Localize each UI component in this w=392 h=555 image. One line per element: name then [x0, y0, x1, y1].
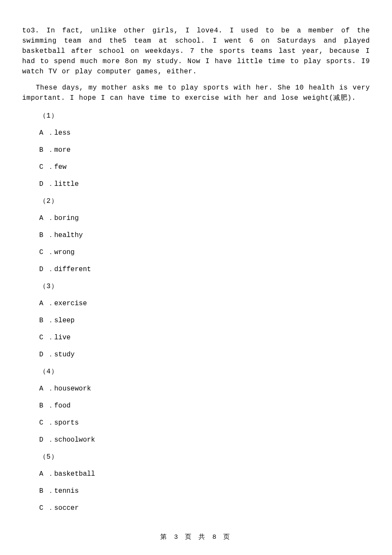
- question-2-option-b: B ．healthy: [39, 230, 370, 240]
- option-text: basketball: [54, 470, 95, 478]
- option-label: C ．: [39, 163, 54, 171]
- option-text: tennis: [54, 487, 79, 495]
- question-5-option-b: B ．tennis: [39, 486, 370, 496]
- option-label: A ．: [39, 470, 54, 478]
- option-text: less: [54, 129, 70, 137]
- option-label: C ．: [39, 419, 54, 427]
- question-5-option-a: A ．basketball: [39, 469, 370, 479]
- questions-container: （1） A ．less B ．more C ．few D ．little （2）…: [39, 111, 370, 513]
- option-label: C ．: [39, 504, 54, 512]
- option-text: few: [54, 163, 66, 171]
- option-label: A ．: [39, 300, 54, 307]
- question-1-option-a: A ．less: [39, 128, 370, 138]
- option-label: D ．: [39, 180, 54, 188]
- question-3-option-a: A ．exercise: [39, 298, 370, 309]
- question-number-5: （5）: [39, 452, 370, 462]
- question-4-option-d: D ．schoolwork: [39, 435, 370, 445]
- option-label: B ．: [39, 487, 54, 495]
- question-5-option-c: C ．soccer: [39, 503, 370, 513]
- option-label: D ．: [39, 436, 54, 444]
- option-text: soccer: [54, 504, 79, 512]
- question-1-option-d: D ．little: [39, 179, 370, 189]
- option-label: A ．: [39, 129, 54, 137]
- question-1-option-c: C ．few: [39, 162, 370, 172]
- option-text: housework: [54, 385, 91, 393]
- option-label: C ．: [39, 249, 54, 256]
- option-label: B ．: [39, 402, 54, 410]
- option-label: A ．: [39, 214, 54, 222]
- question-1-option-b: B ．more: [39, 145, 370, 155]
- option-text: sports: [54, 419, 79, 427]
- question-number-1: （1）: [39, 111, 370, 121]
- page: to3. In fact, unlike other girls, I love…: [0, 0, 392, 555]
- question-4-option-a: A ．housework: [39, 384, 370, 394]
- option-text: wrong: [54, 249, 75, 256]
- question-number-3: （3）: [39, 281, 370, 292]
- question-3-option-b: B ．sleep: [39, 315, 370, 326]
- option-text: little: [54, 180, 79, 188]
- option-text: schoolwork: [54, 436, 95, 444]
- option-label: A ．: [39, 385, 54, 393]
- question-3-option-d: D ．study: [39, 350, 370, 360]
- option-text: live: [54, 334, 70, 341]
- option-text: food: [54, 402, 70, 410]
- option-label: B ．: [39, 231, 54, 239]
- option-text: exercise: [54, 300, 87, 307]
- question-2-option-a: A ．boring: [39, 213, 370, 223]
- option-text: more: [54, 146, 70, 154]
- option-label: B ．: [39, 146, 54, 154]
- question-4-option-b: B ．food: [39, 401, 370, 411]
- page-footer: 第 3 页 共 8 页: [0, 533, 392, 543]
- option-text: different: [54, 266, 91, 273]
- question-number-2: （2）: [39, 196, 370, 206]
- option-label: D ．: [39, 266, 54, 273]
- passage-paragraph-2: These days, my mother asks me to play sp…: [22, 83, 370, 103]
- question-4-option-c: C ．sports: [39, 418, 370, 428]
- option-text: study: [54, 351, 75, 358]
- option-label: B ．: [39, 317, 54, 324]
- option-text: healthy: [54, 231, 83, 239]
- question-number-4: （4）: [39, 367, 370, 377]
- question-3-option-c: C ．live: [39, 332, 370, 343]
- option-text: sleep: [54, 317, 75, 324]
- question-2-option-c: C ．wrong: [39, 247, 370, 257]
- question-2-option-d: D ．different: [39, 264, 370, 275]
- passage-paragraph-1: to3. In fact, unlike other girls, I love…: [22, 26, 370, 77]
- option-text: boring: [54, 214, 79, 222]
- option-label: D ．: [39, 351, 54, 358]
- option-label: C ．: [39, 334, 54, 341]
